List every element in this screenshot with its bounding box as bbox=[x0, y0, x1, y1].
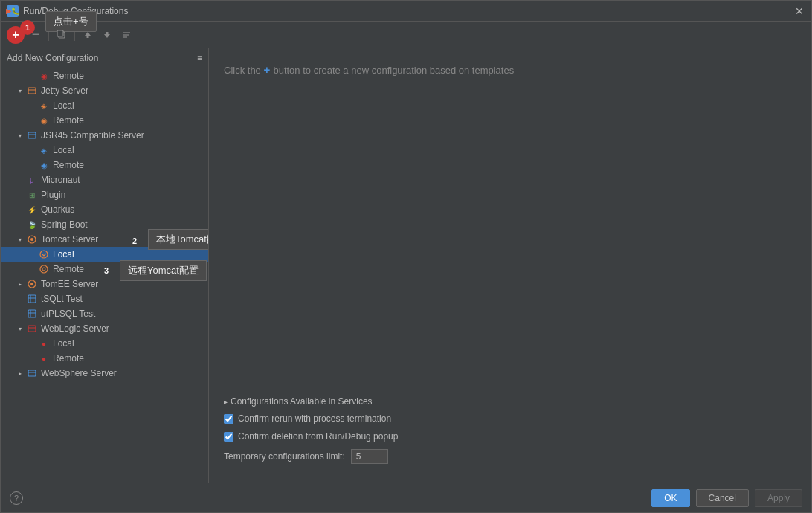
badge-1: 1 bbox=[20, 20, 35, 35]
svg-point-14 bbox=[40, 265, 48, 273]
tree-label-tomcat-remote: Remote bbox=[53, 264, 84, 274]
tree-label-tomcat-server: Tomcat Server bbox=[41, 234, 98, 245]
tree-label-micronaut: Micronaut bbox=[41, 175, 80, 185]
tree-item-quarkus[interactable]: ⚡ Quarkus bbox=[1, 202, 208, 217]
tooltip-step3: 远程Yomcat配置 bbox=[120, 260, 207, 281]
move-up-button[interactable] bbox=[80, 27, 96, 43]
svg-point-15 bbox=[42, 268, 45, 271]
tree-item-jetty-remote[interactable]: ◉ Remote bbox=[1, 113, 208, 128]
tree-label-jetty-local: Local bbox=[53, 100, 74, 111]
expand-arrow-jetty-local bbox=[28, 101, 36, 110]
close-button[interactable]: ✕ bbox=[793, 5, 805, 17]
tooltip-step2: 本地Tomcat配置 bbox=[148, 229, 209, 250]
tree-label-tomcat-local: Local bbox=[53, 249, 74, 259]
sidebar: Add New Configuration ≡ ◉ Remote ▾ Jetty… bbox=[1, 48, 209, 483]
move-down-button[interactable] bbox=[99, 27, 115, 43]
tree-item-weblogic[interactable]: ▾ WebLogic Server bbox=[1, 321, 208, 336]
svg-rect-26 bbox=[28, 370, 36, 376]
window-controls: ✕ bbox=[793, 5, 805, 17]
hint-plus-icon: + bbox=[263, 63, 273, 76]
micronaut-icon: μ bbox=[26, 174, 38, 186]
main-content-area: Add New Configuration ≡ ◉ Remote ▾ Jetty… bbox=[1, 48, 811, 483]
tree-item-jsr45-local[interactable]: ◈ Local bbox=[1, 143, 208, 158]
help-button[interactable]: ? bbox=[10, 491, 23, 505]
tree-item-micronaut[interactable]: μ Micronaut bbox=[1, 172, 208, 187]
jetty-server-icon bbox=[26, 85, 38, 97]
utplsql-icon bbox=[26, 308, 38, 320]
expand-arrow-jsr45-remote bbox=[28, 161, 36, 170]
tree-item-jsr45[interactable]: ▾ JSR45 Compatible Server bbox=[1, 128, 208, 143]
confirm-deletion-checkbox[interactable] bbox=[224, 432, 233, 442]
tree-label-plugin: Plugin bbox=[41, 190, 65, 200]
tree-label-tsqlt: tSQLt Test bbox=[41, 294, 83, 304]
sidebar-filter-icon[interactable]: ≡ bbox=[197, 53, 202, 63]
expand-arrow-tomcat-local bbox=[28, 250, 36, 259]
tree-item-jetty-server[interactable]: ▾ Jetty Server bbox=[1, 83, 208, 98]
sidebar-header-label: Add New Configuration bbox=[7, 53, 98, 63]
svg-rect-2 bbox=[87, 36, 89, 38]
content-spacer bbox=[224, 91, 796, 384]
tree-label-jetty-remote: Remote bbox=[53, 115, 84, 126]
confirm-deletion-row: Confirm deletion from Run/Debug popup bbox=[224, 428, 796, 445]
footer-buttons: OK Cancel Apply bbox=[651, 489, 802, 507]
svg-point-17 bbox=[30, 283, 33, 285]
window-title: Run/Debug Configurations bbox=[23, 6, 793, 16]
toolbar: + − bbox=[1, 22, 811, 48]
tree-item-jetty-local[interactable]: ◈ Local bbox=[1, 98, 208, 113]
tree-item-tsqlt[interactable]: tSQLt Test bbox=[1, 291, 208, 306]
tree-item-tomcat-server[interactable]: ▾ Tomcat Server 2 本地Tomcat配置 bbox=[1, 232, 208, 247]
title-bar: ▶ 🐛 Run/Debug Configurations ✕ 1 点击+号 bbox=[1, 1, 811, 22]
expand-arrow-micronaut bbox=[16, 175, 25, 184]
tomee-icon bbox=[26, 278, 38, 290]
jsr45-icon bbox=[26, 129, 38, 141]
expand-arrow-jsr45: ▾ bbox=[16, 131, 25, 140]
run-debug-configurations-window: ▶ 🐛 Run/Debug Configurations ✕ 1 点击+号 + … bbox=[0, 0, 812, 513]
tree-item-plugin[interactable]: ⊞ Plugin bbox=[1, 187, 208, 202]
tree-label-weblogic-local: Local bbox=[53, 338, 74, 349]
tsqlt-icon bbox=[26, 293, 38, 305]
expand-arrow-tomee: ▸ bbox=[16, 280, 25, 288]
svg-rect-18 bbox=[28, 295, 36, 303]
bottom-section: ▸ Configurations Available in Services C… bbox=[224, 384, 796, 468]
svg-rect-21 bbox=[28, 310, 36, 317]
tree-label-utplsql: utPLSQL Test bbox=[41, 309, 95, 319]
tree-label-jsr45: JSR45 Compatible Server bbox=[41, 130, 144, 141]
expand-arrow-weblogic-remote bbox=[28, 354, 36, 363]
tree-item-jsr45-remote[interactable]: ◉ Remote bbox=[1, 158, 208, 172]
jsr45-remote-icon: ◉ bbox=[38, 159, 50, 171]
tree-item-websphere[interactable]: ▸ WebSphere Server bbox=[1, 366, 208, 381]
tree-item-remote-1[interactable]: ◉ Remote bbox=[1, 68, 208, 83]
confirm-rerun-checkbox[interactable] bbox=[224, 414, 233, 424]
configs-available-row[interactable]: ▸ Configurations Available in Services bbox=[224, 393, 796, 410]
tomcat-local-icon bbox=[38, 248, 50, 260]
app-icon: ▶ 🐛 bbox=[7, 5, 19, 17]
expand-arrow-quarkus bbox=[16, 205, 25, 214]
tree-label-spring-boot: Spring Boot bbox=[41, 219, 88, 230]
ok-button[interactable]: OK bbox=[651, 489, 689, 507]
badge-3: 3 bbox=[99, 263, 114, 278]
expand-arrow-tomcat: ▾ bbox=[16, 235, 25, 244]
tree-item-tomcat-remote[interactable]: Remote 3 远程Yomcat配置 bbox=[1, 262, 208, 277]
tree-label-quarkus: Quarkus bbox=[41, 204, 74, 215]
expand-arrow-jetty: ▾ bbox=[16, 86, 25, 95]
tree-item-weblogic-local[interactable]: ● Local bbox=[1, 336, 208, 351]
expand-arrow-tomcat-remote bbox=[28, 265, 36, 274]
jetty-remote-icon: ◉ bbox=[38, 114, 50, 126]
tree-label-jsr45-remote: Remote bbox=[53, 160, 84, 170]
dialog-footer: ? OK Cancel Apply bbox=[1, 483, 811, 512]
tomcat-icon bbox=[26, 233, 38, 245]
spring-boot-icon: 🍃 bbox=[26, 219, 38, 230]
tree-item-utplsql[interactable]: utPLSQL Test bbox=[1, 306, 208, 321]
weblogic-local-icon: ● bbox=[38, 338, 50, 349]
tree-label-jetty-server: Jetty Server bbox=[41, 86, 88, 96]
svg-point-12 bbox=[30, 238, 33, 241]
tree-item-weblogic-remote[interactable]: ● Remote bbox=[1, 351, 208, 366]
expand-arrow-utplsql bbox=[16, 309, 25, 318]
copy-configuration-button[interactable] bbox=[54, 27, 70, 43]
cancel-button[interactable]: Cancel bbox=[696, 489, 749, 507]
temp-limit-input[interactable] bbox=[351, 449, 388, 464]
svg-rect-24 bbox=[28, 326, 36, 332]
sort-button[interactable] bbox=[118, 27, 135, 43]
apply-button[interactable]: Apply bbox=[755, 489, 802, 507]
remote-icon-1: ◉ bbox=[38, 70, 50, 82]
